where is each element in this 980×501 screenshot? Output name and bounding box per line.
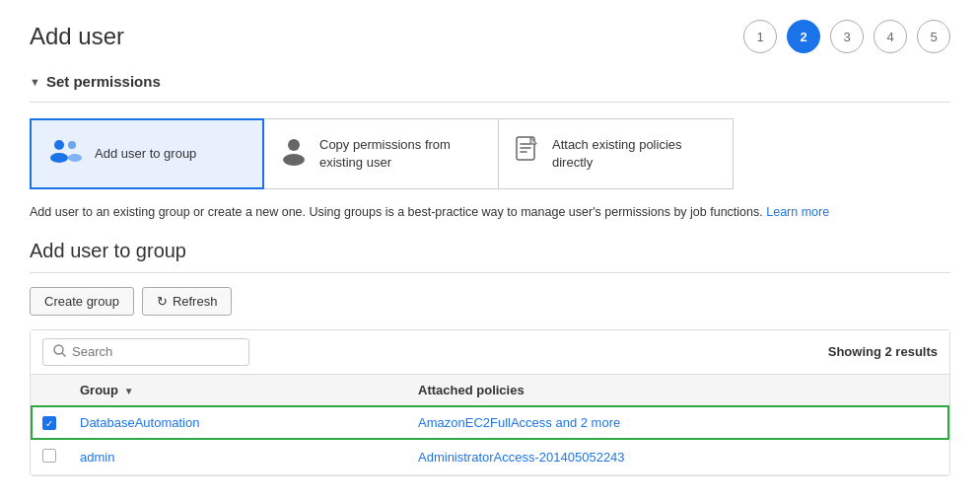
groups-table-container: Showing 2 results Group ▼ Attached polic… <box>30 329 950 477</box>
option-attach-policies-label: Attach existing policies directly <box>552 136 717 172</box>
add-user-to-group-title: Add user to group <box>30 240 950 262</box>
section-divider <box>30 102 950 103</box>
sort-arrow: ▼ <box>124 386 134 396</box>
permission-options: Add user to group Copy permissions from … <box>30 118 950 189</box>
step-3[interactable]: 3 <box>830 20 864 53</box>
table-toolbar: Showing 2 results <box>31 330 949 375</box>
group-column-header[interactable]: Group ▼ <box>68 375 406 406</box>
page-header: Add user 1 2 3 4 5 <box>30 20 950 53</box>
users-icon <box>47 136 83 173</box>
search-icon <box>53 344 66 360</box>
section-divider2 <box>30 272 950 273</box>
info-text: Add user to an existing group or create … <box>30 203 950 222</box>
svg-point-2 <box>68 141 76 149</box>
svg-point-5 <box>283 154 305 166</box>
refresh-button[interactable]: ↻ Refresh <box>142 287 233 316</box>
svg-line-9 <box>62 353 66 357</box>
group-name-link[interactable]: admin <box>80 450 114 465</box>
step-2[interactable]: 2 <box>787 20 820 53</box>
checkbox-checked-icon: ✓ <box>42 416 56 430</box>
svg-point-3 <box>68 154 82 162</box>
option-copy-permissions[interactable]: Copy permissions from existing user <box>264 118 499 189</box>
table-row[interactable]: admin AdministratorAccess-201405052243 <box>31 440 949 475</box>
svg-point-4 <box>288 139 300 151</box>
group-name-cell: DatabaseAutomation <box>68 405 406 440</box>
person-icon <box>280 136 308 173</box>
collapse-arrow[interactable]: ▼ <box>30 76 40 88</box>
svg-point-8 <box>54 345 63 354</box>
row-checkbox[interactable] <box>31 440 68 475</box>
step-5[interactable]: 5 <box>917 20 950 53</box>
document-icon <box>515 136 540 173</box>
step-4[interactable]: 4 <box>874 20 907 53</box>
group-name-cell: admin <box>68 440 406 475</box>
policies-link[interactable]: AdministratorAccess-201405052243 <box>418 450 625 465</box>
action-bar: Create group ↻ Refresh <box>30 287 950 316</box>
policies-link[interactable]: AmazonEC2FullAccess and 2 more <box>418 415 620 430</box>
row-checkbox[interactable]: ✓ <box>31 405 68 440</box>
learn-more-link[interactable]: Learn more <box>766 205 829 219</box>
policies-column-header: Attached policies <box>406 375 949 406</box>
table-row[interactable]: ✓ DatabaseAutomation AmazonEC2FullAccess… <box>31 405 949 440</box>
group-name-link[interactable]: DatabaseAutomation <box>80 415 199 430</box>
svg-point-1 <box>50 153 68 163</box>
set-permissions-header: ▼ Set permissions <box>30 73 950 90</box>
results-count: Showing 2 results <box>828 344 938 359</box>
page-title: Add user <box>30 23 124 50</box>
svg-point-0 <box>54 140 64 150</box>
policies-cell: AmazonEC2FullAccess and 2 more <box>406 405 949 440</box>
section-header-label: Set permissions <box>46 73 161 90</box>
policies-cell: AdministratorAccess-201405052243 <box>406 440 949 475</box>
search-box[interactable] <box>42 338 249 366</box>
search-input[interactable] <box>72 344 239 359</box>
checkbox-unchecked-icon <box>42 449 56 463</box>
option-add-to-group[interactable]: Add user to group <box>30 118 264 189</box>
table-header-row: Group ▼ Attached policies <box>31 375 949 406</box>
option-copy-permissions-label: Copy permissions from existing user <box>319 136 482 172</box>
step-indicators: 1 2 3 4 5 <box>743 20 950 53</box>
option-attach-policies[interactable]: Attach existing policies directly <box>499 118 734 189</box>
checkbox-header <box>31 375 68 406</box>
create-group-button[interactable]: Create group <box>30 287 134 316</box>
groups-table: Group ▼ Attached policies ✓ DatabaseAuto… <box>31 375 949 476</box>
refresh-icon: ↻ <box>157 294 168 309</box>
step-1[interactable]: 1 <box>743 20 777 53</box>
option-add-to-group-label: Add user to group <box>95 145 196 163</box>
